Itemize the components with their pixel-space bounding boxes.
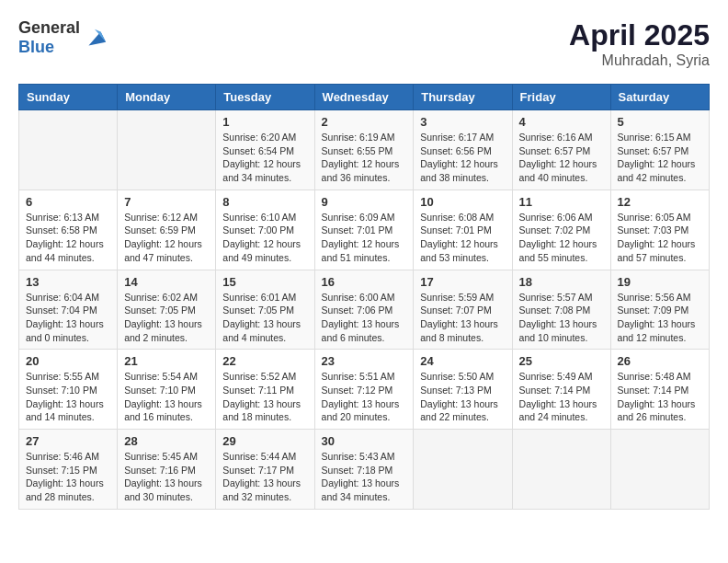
day-info: Sunrise: 6:13 AM Sunset: 6:58 PM Dayligh… — [26, 211, 110, 265]
calendar-week-row: 13Sunrise: 6:04 AM Sunset: 7:04 PM Dayli… — [19, 270, 710, 350]
day-number: 27 — [26, 434, 110, 448]
day-number: 30 — [322, 434, 407, 448]
day-info: Sunrise: 6:00 AM Sunset: 7:06 PM Dayligh… — [322, 291, 407, 345]
logo-text: General Blue — [18, 18, 80, 57]
day-number: 17 — [420, 275, 505, 289]
calendar-cell: 3Sunrise: 6:17 AM Sunset: 6:56 PM Daylig… — [414, 110, 512, 190]
calendar-cell: 22Sunrise: 5:52 AM Sunset: 7:11 PM Dayli… — [216, 350, 314, 430]
calendar-cell: 23Sunrise: 5:51 AM Sunset: 7:12 PM Dayli… — [314, 350, 414, 430]
weekday-header-sunday: Sunday — [19, 85, 118, 110]
logo-icon — [82, 25, 108, 51]
day-info: Sunrise: 6:09 AM Sunset: 7:01 PM Dayligh… — [322, 211, 407, 265]
calendar-table: SundayMondayTuesdayWednesdayThursdayFrid… — [18, 84, 710, 510]
day-number: 7 — [124, 195, 209, 209]
day-info: Sunrise: 6:19 AM Sunset: 6:55 PM Dayligh… — [322, 131, 407, 185]
calendar-cell: 18Sunrise: 5:57 AM Sunset: 7:08 PM Dayli… — [512, 270, 610, 350]
day-info: Sunrise: 6:10 AM Sunset: 7:00 PM Dayligh… — [222, 211, 307, 265]
day-number: 21 — [124, 354, 209, 368]
calendar-week-row: 27Sunrise: 5:46 AM Sunset: 7:15 PM Dayli… — [19, 430, 710, 510]
calendar-cell: 30Sunrise: 5:43 AM Sunset: 7:18 PM Dayli… — [314, 430, 414, 510]
day-number: 10 — [420, 195, 505, 209]
calendar-cell: 12Sunrise: 6:05 AM Sunset: 7:03 PM Dayli… — [610, 190, 709, 270]
calendar-week-row: 20Sunrise: 5:55 AM Sunset: 7:10 PM Dayli… — [19, 350, 710, 430]
day-number: 15 — [222, 275, 307, 289]
weekday-header-saturday: Saturday — [610, 85, 709, 110]
day-info: Sunrise: 5:52 AM Sunset: 7:11 PM Dayligh… — [222, 370, 307, 424]
day-number: 24 — [420, 354, 505, 368]
calendar-cell — [118, 110, 216, 190]
day-info: Sunrise: 5:56 AM Sunset: 7:09 PM Dayligh… — [618, 291, 702, 345]
calendar-cell: 21Sunrise: 5:54 AM Sunset: 7:10 PM Dayli… — [118, 350, 216, 430]
day-number: 8 — [222, 195, 307, 209]
day-info: Sunrise: 5:50 AM Sunset: 7:13 PM Dayligh… — [420, 370, 505, 424]
day-info: Sunrise: 5:55 AM Sunset: 7:10 PM Dayligh… — [26, 370, 110, 424]
day-number: 12 — [618, 195, 702, 209]
calendar-cell: 24Sunrise: 5:50 AM Sunset: 7:13 PM Dayli… — [414, 350, 512, 430]
day-number: 2 — [322, 115, 407, 129]
day-info: Sunrise: 5:45 AM Sunset: 7:16 PM Dayligh… — [124, 450, 209, 504]
calendar-cell: 7Sunrise: 6:12 AM Sunset: 6:59 PM Daylig… — [118, 190, 216, 270]
day-number: 18 — [519, 275, 604, 289]
day-info: Sunrise: 5:49 AM Sunset: 7:14 PM Dayligh… — [519, 370, 604, 424]
calendar-cell: 28Sunrise: 5:45 AM Sunset: 7:16 PM Dayli… — [118, 430, 216, 510]
weekday-header-row: SundayMondayTuesdayWednesdayThursdayFrid… — [19, 85, 710, 110]
day-info: Sunrise: 6:01 AM Sunset: 7:05 PM Dayligh… — [222, 291, 307, 345]
day-number: 23 — [322, 354, 407, 368]
logo-general: General — [18, 18, 80, 37]
calendar-week-row: 6Sunrise: 6:13 AM Sunset: 6:58 PM Daylig… — [19, 190, 710, 270]
weekday-header-monday: Monday — [118, 85, 216, 110]
day-number: 16 — [322, 275, 407, 289]
day-number: 6 — [26, 195, 110, 209]
day-info: Sunrise: 6:20 AM Sunset: 6:54 PM Dayligh… — [222, 131, 307, 185]
calendar-cell — [610, 430, 709, 510]
day-info: Sunrise: 6:04 AM Sunset: 7:04 PM Dayligh… — [26, 291, 110, 345]
calendar-week-row: 1Sunrise: 6:20 AM Sunset: 6:54 PM Daylig… — [19, 110, 710, 190]
day-number: 13 — [26, 275, 110, 289]
calendar-cell: 15Sunrise: 6:01 AM Sunset: 7:05 PM Dayli… — [216, 270, 314, 350]
calendar-cell: 26Sunrise: 5:48 AM Sunset: 7:14 PM Dayli… — [610, 350, 709, 430]
day-info: Sunrise: 6:05 AM Sunset: 7:03 PM Dayligh… — [618, 211, 702, 265]
weekday-header-tuesday: Tuesday — [216, 85, 314, 110]
day-number: 19 — [618, 275, 702, 289]
day-number: 14 — [124, 275, 209, 289]
calendar-cell: 20Sunrise: 5:55 AM Sunset: 7:10 PM Dayli… — [19, 350, 118, 430]
calendar-cell: 14Sunrise: 6:02 AM Sunset: 7:05 PM Dayli… — [118, 270, 216, 350]
day-info: Sunrise: 6:02 AM Sunset: 7:05 PM Dayligh… — [124, 291, 209, 345]
calendar-cell: 8Sunrise: 6:10 AM Sunset: 7:00 PM Daylig… — [216, 190, 314, 270]
weekday-header-friday: Friday — [512, 85, 610, 110]
day-info: Sunrise: 5:51 AM Sunset: 7:12 PM Dayligh… — [322, 370, 407, 424]
calendar-cell: 6Sunrise: 6:13 AM Sunset: 6:58 PM Daylig… — [19, 190, 118, 270]
day-number: 4 — [519, 115, 604, 129]
calendar-cell — [414, 430, 512, 510]
day-info: Sunrise: 5:46 AM Sunset: 7:15 PM Dayligh… — [26, 450, 110, 504]
day-number: 29 — [222, 434, 307, 448]
day-number: 1 — [222, 115, 307, 129]
title-area: April 2025 Muhradah, Syria — [569, 18, 710, 69]
weekday-header-thursday: Thursday — [414, 85, 512, 110]
day-number: 25 — [519, 354, 604, 368]
calendar-cell: 1Sunrise: 6:20 AM Sunset: 6:54 PM Daylig… — [216, 110, 314, 190]
calendar-cell: 25Sunrise: 5:49 AM Sunset: 7:14 PM Dayli… — [512, 350, 610, 430]
calendar-cell: 13Sunrise: 6:04 AM Sunset: 7:04 PM Dayli… — [19, 270, 118, 350]
day-info: Sunrise: 5:54 AM Sunset: 7:10 PM Dayligh… — [124, 370, 209, 424]
day-number: 9 — [322, 195, 407, 209]
month-title: April 2025 — [569, 18, 710, 52]
day-info: Sunrise: 6:16 AM Sunset: 6:57 PM Dayligh… — [519, 131, 604, 185]
calendar-cell: 16Sunrise: 6:00 AM Sunset: 7:06 PM Dayli… — [314, 270, 414, 350]
day-info: Sunrise: 5:43 AM Sunset: 7:18 PM Dayligh… — [322, 450, 407, 504]
day-info: Sunrise: 5:48 AM Sunset: 7:14 PM Dayligh… — [618, 370, 702, 424]
calendar-cell: 17Sunrise: 5:59 AM Sunset: 7:07 PM Dayli… — [414, 270, 512, 350]
day-info: Sunrise: 5:59 AM Sunset: 7:07 PM Dayligh… — [420, 291, 505, 345]
day-info: Sunrise: 6:06 AM Sunset: 7:02 PM Dayligh… — [519, 211, 604, 265]
calendar-cell: 5Sunrise: 6:15 AM Sunset: 6:57 PM Daylig… — [610, 110, 709, 190]
calendar-cell — [19, 110, 118, 190]
day-info: Sunrise: 6:08 AM Sunset: 7:01 PM Dayligh… — [420, 211, 505, 265]
day-info: Sunrise: 5:57 AM Sunset: 7:08 PM Dayligh… — [519, 291, 604, 345]
logo-blue: Blue — [18, 38, 54, 56]
logo: General Blue — [18, 18, 108, 57]
day-info: Sunrise: 5:44 AM Sunset: 7:17 PM Dayligh… — [222, 450, 307, 504]
calendar-cell: 4Sunrise: 6:16 AM Sunset: 6:57 PM Daylig… — [512, 110, 610, 190]
calendar-cell: 19Sunrise: 5:56 AM Sunset: 7:09 PM Dayli… — [610, 270, 709, 350]
day-info: Sunrise: 6:12 AM Sunset: 6:59 PM Dayligh… — [124, 211, 209, 265]
page-header: General Blue April 2025 Muhradah, Syria — [18, 18, 710, 69]
